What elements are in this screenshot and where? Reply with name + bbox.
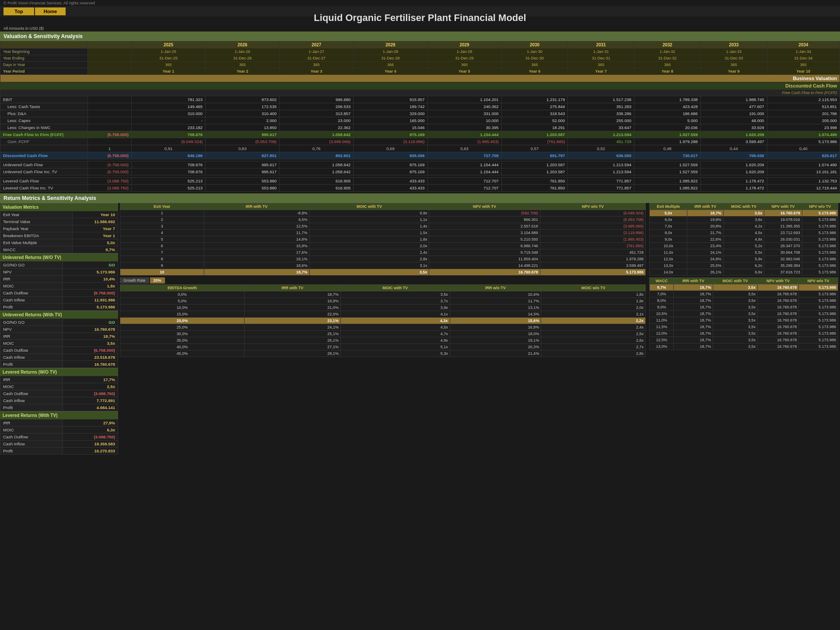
exit-mult-irr: 21,7% [687,230,723,236]
dcf-row: Discounted Cash Flow (6.758.000) 646.196… [0,152,840,159]
exit-year-row-npv-tv: 6.986.746 [429,243,540,249]
exit-year-row-year: 6 [120,243,204,249]
exit-year-row-year: 4 [120,230,204,236]
exit-year-row-moic: 2,0x [309,243,429,249]
exit-year-row-year: 7 [120,249,204,256]
exit-mult-npv-wo: 5.173.986 [802,223,838,230]
exit-year-row-irr: 11,7% [204,230,309,236]
wacc-table: WACC IRR with TV MOIC with TV NPV with T… [649,277,838,350]
ebitda-moic-tv: 5,1x [340,344,450,350]
unlev-cf-tv-row: Unlevered Cash Flow Inc. TV (6.758.000) … [0,168,840,175]
exit-mult-moic: 4,5x [723,230,764,236]
wacc-npv-tv: 16.760.678 [757,337,798,343]
wacc-npv-wo: 5.173.986 [799,311,838,317]
wacc-irr: 18,7% [674,304,713,311]
ebitda-irr-tv: 27,1% [244,344,340,350]
exit-mult-moic: 3,5x [723,210,764,217]
wacc-val: 11,5% [650,324,674,330]
exit-year-row-npv-wo: 1.979.288 [540,256,645,262]
year-2025: 2025 [132,42,206,49]
exit-mult-npv-wo: 5.173.986 [802,217,838,223]
exit-mult-irr: 18,7% [687,210,723,217]
wacc-npv-tv: 16.760.678 [757,330,798,337]
exit-mult-npv-wo: 5.173.986 [802,236,838,243]
exit-mult-moic: 6,2x [723,262,764,269]
wacc-val: 9,0% [650,304,674,311]
exit-year-row-npv-tv: 866.301 [429,217,540,223]
exit-mult-moic: 4,9x [723,236,764,243]
exit-year-row-moic: 0,9x [309,210,429,217]
exit-year-row-npv-tv: 14.498.221 [429,262,540,269]
ebitda-growth-table: EBITDA Growth IRR with TV MOIC with TV I… [120,284,646,357]
exit-mult-irr: 26,1% [687,269,723,276]
exit-mult-npv-tv: 28.347.370 [764,243,802,249]
growth-rate-label: Growth Rate [120,277,149,284]
lev-tv-table: IRR 27,9% MOIC 6,3x Cash Outflow (3.088.… [0,419,118,455]
ebitda-irr-tv: 28,1% [244,350,340,357]
business-valuation-header: Business Valuation [0,75,840,82]
exit-multiple-col-header: Exit Multiple [650,203,687,210]
exit-year-row-irr: 15,9% [204,243,309,249]
lev-no-tv-table: IRR 17,7% MOIC 2,5x Cash Outflow (3.088.… [0,376,118,411]
exit-mult-moic: 5,9x [723,256,764,262]
ebitda-irr-wo: 11,7% [450,298,541,304]
exit-mult-moic: 3,8x [723,217,764,223]
wacc-irr: 18,7% [674,337,713,343]
exit-year-row-npv-wo: 3.599.497 [540,262,645,269]
ebitda-growth-rate: 0,0% [120,291,245,298]
year-2027: 2027 [280,42,354,49]
ebitda-moic-wo: 2,5x [541,331,646,337]
ebitda-irr-tv: 23,1% [244,318,340,324]
wacc-npv-wo: 5.173.986 [799,343,838,350]
wacc-npv-tv: 16.760.678 [757,291,798,298]
wacc-moic: 3,5x [713,311,758,317]
unlev-no-tv-header: Unlevered Returns (W/O TV) [0,253,118,261]
growth-rate-value: 20% [150,277,165,284]
ebitda-growth-rate: 35,0% [120,337,245,344]
ebitda-irr-wo: 19,1% [450,337,541,344]
exit-mult-val: 6,0x [650,217,687,223]
exit-year-row-npv-tv: 2.557.618 [429,223,540,230]
exit-year-row-irr: 14,8% [204,236,309,243]
wacc-npv-tv: 16.760.678 [757,324,798,330]
wacc-moic: 3,5x [713,291,758,298]
cash-taxes-row: Less: Cash Taxes 149.465172.535206.53318… [0,103,840,110]
ebitda-irr-wo: 21,4% [450,350,541,357]
wacc-val: 12,5% [650,337,674,343]
valuation-metrics-header: Valuation Metrics [0,203,118,211]
wacc-npv-tv: 16.760.678 [757,317,798,324]
exit-year-row-year: 10 [120,269,204,276]
exit-year-row-irr: 6,5% [204,217,309,223]
exit-year-row-npv-wo: 451.729 [540,249,645,256]
copyright: © Profit Vision Financial Services. All … [0,0,840,6]
exit-year-row-irr: -8,8% [204,210,309,217]
wacc-irr: 18,7% [674,298,713,304]
cum-fcff-row: Cum. FCFF (6.049.324)(5.053.708) (3.995.… [0,138,840,145]
exit-year-row-moic: 3,1x [309,262,429,269]
wacc-moic: 3,5x [713,324,758,330]
exit-year-row-moic: 1,8x [309,236,429,243]
wacc-irr: 18,7% [674,291,713,298]
page-title: Liquid Organic Fertiliser Plant Financia… [0,9,840,27]
return-metrics-header: Return Metrics & Sensitivity Analysis [0,193,840,203]
year-2034: 2034 [767,42,840,49]
ebitda-moic-wo: 2,0x [541,304,646,311]
exit-mult-npv-tv: 26.030.031 [764,236,802,243]
dcf-header: Discounted Cash Flow [0,82,840,90]
exit-year-row-year: 5 [120,236,204,243]
wacc-npv-tv: 16.760.678 [757,284,798,291]
exit-year-row-npv-wo: (761.865) [540,243,645,249]
wacc-moic: 3,5x [713,304,758,311]
ebitda-irr-tv: 21,0% [244,304,340,311]
wacc-irr: 18,7% [674,284,713,291]
ebitda-irr-wo: 10,4% [450,291,541,298]
exit-mult-irr: 22,6% [687,236,723,243]
wacc-irr: 18,7% [674,330,713,337]
exit-mult-val: 9,0x [650,236,687,243]
fcff-label: Free Cash Flow to Firm (FCFF) [0,90,840,96]
ebitda-irr-tv: 19,9% [244,298,340,304]
ebitda-irr-tv: 24,1% [244,324,340,331]
ebitda-moic-tv: 4,5x [340,324,450,331]
exit-mult-moic: 5,2x [723,243,764,249]
ebitda-moic-tv: 3,7x [340,298,450,304]
